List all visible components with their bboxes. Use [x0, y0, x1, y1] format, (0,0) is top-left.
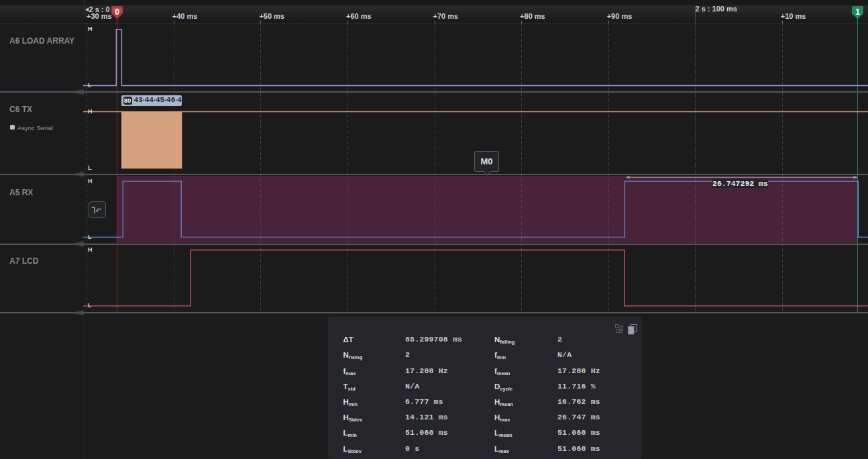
svg-text:0: 0: [115, 7, 120, 17]
svg-text:1: 1: [855, 7, 860, 17]
